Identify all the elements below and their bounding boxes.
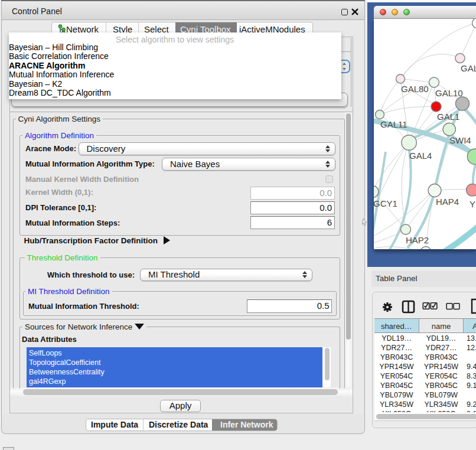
svg-text:GAL80: GAL80	[401, 83, 429, 93]
svg-text:HAP4: HAP4	[436, 196, 459, 206]
svg-text:GAL1: GAL1	[437, 111, 459, 121]
svg-text:GCY1: GCY1	[374, 198, 397, 208]
svg-text:YB: YB	[470, 199, 476, 209]
svg-text:HAP2: HAP2	[406, 235, 429, 245]
svg-text:GAL10: GAL10	[435, 88, 463, 98]
svg-text:GAL7: GAL7	[461, 63, 476, 73]
svg-text:GAL11: GAL11	[380, 119, 407, 129]
svg-text:GAL4: GAL4	[409, 150, 432, 160]
svg-text:SWI4: SWI4	[449, 135, 471, 145]
